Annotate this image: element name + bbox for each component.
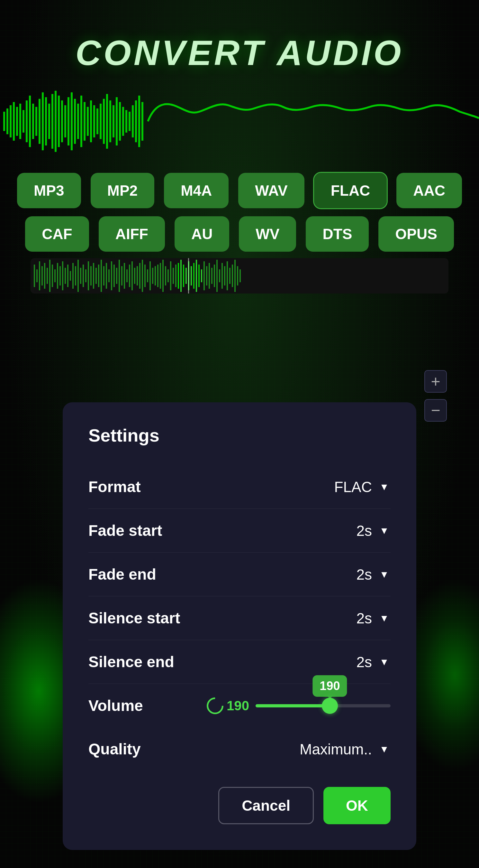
svg-rect-65	[88, 261, 89, 290]
volume-slider[interactable]: 190	[255, 704, 390, 707]
svg-rect-27	[90, 100, 92, 142]
fade-end-dropdown-arrow[interactable]	[378, 568, 390, 581]
svg-rect-99	[175, 265, 176, 287]
svg-rect-34	[112, 105, 114, 137]
svg-rect-14	[48, 104, 50, 139]
format-btn-mp3[interactable]: MP3	[17, 173, 81, 208]
settings-fade-end-row: Fade end 2s	[89, 553, 390, 596]
svg-rect-38	[125, 110, 127, 133]
fade-start-label: Fade start	[89, 522, 162, 539]
svg-rect-72	[106, 263, 107, 289]
svg-rect-48	[44, 263, 45, 289]
svg-rect-44	[34, 265, 35, 287]
svg-rect-37	[122, 107, 124, 136]
silence-end-value[interactable]: 2s	[308, 653, 390, 671]
format-btn-flac[interactable]: FLAC	[314, 173, 387, 208]
svg-rect-85	[139, 263, 140, 289]
svg-rect-117	[221, 263, 223, 289]
slider-fill	[255, 704, 330, 707]
quality-dropdown-arrow[interactable]	[378, 743, 390, 756]
format-dropdown-arrow[interactable]	[378, 480, 390, 493]
svg-rect-98	[173, 268, 174, 284]
silence-end-dropdown-arrow[interactable]	[378, 656, 390, 669]
format-row-1: MP3 MP2 M4A WAV FLAC AAC	[17, 173, 462, 208]
svg-rect-23	[77, 104, 79, 139]
svg-rect-61	[77, 260, 79, 292]
volume-tooltip: 190	[312, 675, 347, 697]
svg-rect-64	[85, 269, 87, 282]
svg-rect-75	[113, 265, 115, 287]
svg-rect-68	[96, 268, 97, 284]
svg-rect-12	[42, 92, 44, 150]
svg-rect-32	[106, 94, 108, 149]
svg-rect-125	[188, 258, 189, 293]
svg-rect-81	[129, 265, 130, 287]
svg-rect-100	[178, 263, 179, 289]
svg-rect-56	[65, 268, 66, 284]
svg-rect-88	[147, 269, 148, 282]
svg-rect-82	[132, 261, 133, 290]
svg-rect-80	[126, 269, 128, 282]
format-btn-wav[interactable]: WAV	[238, 173, 304, 208]
svg-rect-119	[227, 261, 228, 290]
volume-label: Volume	[89, 697, 143, 714]
svg-rect-25	[83, 102, 85, 141]
svg-rect-89	[149, 261, 151, 290]
svg-rect-111	[206, 266, 207, 285]
svg-rect-124	[240, 269, 241, 282]
svg-rect-84	[137, 266, 138, 285]
modal-buttons: Cancel OK	[89, 787, 390, 824]
fade-end-value[interactable]: 2s	[308, 566, 390, 583]
silence-start-dropdown-value: 2s	[308, 610, 372, 627]
svg-rect-93	[160, 263, 161, 289]
svg-rect-4	[16, 107, 18, 136]
svg-rect-122	[234, 260, 236, 292]
svg-rect-62	[80, 268, 81, 284]
format-btn-dts[interactable]: DTS	[306, 216, 369, 252]
format-btn-wv[interactable]: WV	[239, 216, 296, 252]
slider-thumb[interactable]	[322, 698, 338, 714]
volume-reset-area[interactable]: 190	[207, 698, 249, 714]
svg-rect-69	[98, 265, 99, 287]
zoom-out-button[interactable]: −	[424, 399, 447, 422]
svg-rect-97	[170, 261, 171, 290]
refresh-icon[interactable]	[203, 694, 227, 718]
svg-rect-18	[61, 100, 63, 142]
svg-rect-5	[19, 104, 21, 139]
quality-value[interactable]: Maximum..	[300, 741, 390, 758]
fade-start-value[interactable]: 2s	[308, 522, 390, 539]
svg-rect-7	[26, 100, 28, 142]
format-btn-mp2[interactable]: MP2	[91, 173, 155, 208]
settings-modal: Settings Format FLAC Fade start 2s Fade …	[63, 402, 416, 850]
svg-rect-19	[64, 105, 66, 137]
svg-rect-17	[58, 96, 60, 147]
format-dropdown-value: FLAC	[308, 478, 372, 496]
svg-rect-50	[49, 260, 50, 292]
format-btn-aac[interactable]: AAC	[397, 173, 462, 208]
zoom-in-button[interactable]: +	[424, 370, 447, 393]
fade-start-dropdown-arrow[interactable]	[378, 524, 390, 537]
svg-rect-118	[224, 266, 225, 285]
svg-rect-16	[55, 91, 57, 152]
svg-rect-83	[134, 268, 135, 284]
format-btn-au[interactable]: AU	[175, 216, 229, 252]
svg-rect-31	[103, 99, 105, 144]
format-value[interactable]: FLAC	[308, 478, 390, 496]
format-btn-aiff[interactable]: AIFF	[99, 216, 165, 252]
silence-start-value[interactable]: 2s	[308, 610, 390, 627]
format-btn-m4a[interactable]: M4A	[164, 173, 229, 208]
svg-rect-39	[129, 112, 131, 131]
format-btn-opus[interactable]: OPUS	[378, 216, 454, 252]
svg-rect-120	[229, 268, 231, 284]
volume-control: 190 190	[207, 698, 390, 714]
settings-fade-start-row: Fade start 2s	[89, 509, 390, 553]
svg-rect-116	[219, 269, 220, 282]
format-btn-caf[interactable]: CAF	[25, 216, 89, 252]
silence-start-dropdown-arrow[interactable]	[378, 612, 390, 625]
svg-rect-20	[68, 97, 69, 146]
svg-rect-90	[152, 268, 153, 284]
svg-rect-40	[132, 105, 134, 137]
page-title: CONVERT AUDIO	[75, 32, 404, 73]
cancel-button[interactable]: Cancel	[218, 787, 314, 824]
ok-button[interactable]: OK	[323, 787, 390, 824]
